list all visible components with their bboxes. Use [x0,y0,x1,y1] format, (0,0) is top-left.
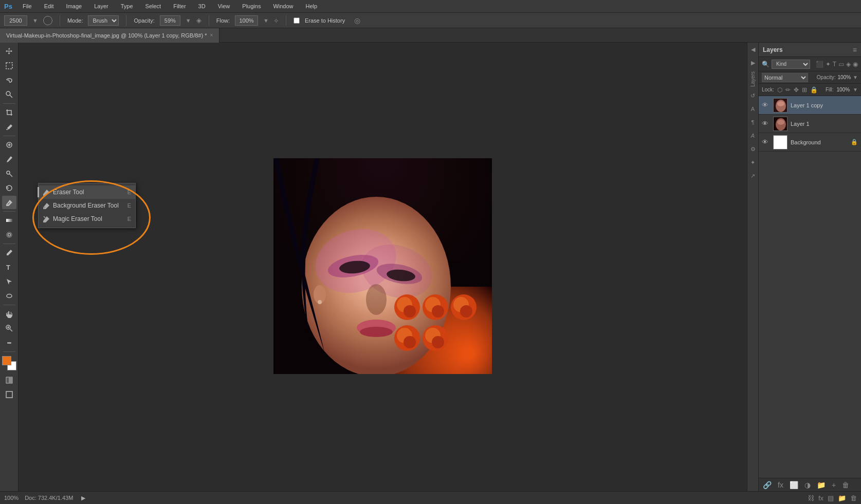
filter-pixel-icon[interactable]: ⬛ [816,61,823,68]
menu-edit[interactable]: Edit [42,2,56,10]
move-tool[interactable] [2,45,16,58]
collapse-strip-btn[interactable]: ◀ [748,45,758,54]
color-swatches[interactable] [2,356,16,370]
filter-type-icon[interactable]: T [833,61,836,68]
brush-tool[interactable] [2,153,16,166]
strip-btn-char[interactable]: A [748,104,758,114]
filter-smart-icon[interactable]: ◈ [846,61,851,68]
opacity-input[interactable] [160,15,180,26]
quick-select-tool[interactable] [2,88,16,101]
healing-brush-tool[interactable] [2,138,16,152]
brush-size-input[interactable] [4,15,27,26]
document-tab[interactable]: Virtual-Makeup-in-Photoshop-final_image.… [0,28,219,43]
background-visibility[interactable]: 👁 [762,138,770,146]
blend-mode-dropdown[interactable]: Normal Multiply Screen Overlay [762,73,808,82]
menu-select[interactable]: Select [143,2,163,10]
menu-layer[interactable]: Layer [92,2,111,10]
lock-transparent-icon[interactable]: ⬡ [777,86,782,94]
filter-shape-icon[interactable]: ▭ [838,61,844,68]
menu-window[interactable]: Window [271,2,295,10]
image-canvas[interactable] [273,158,492,374]
flow-input[interactable] [235,15,258,26]
strip-btn-tools[interactable]: ⚙ [748,144,758,154]
menu-plugins[interactable]: Plugins [240,2,263,10]
layers-icon[interactable]: ▤ [828,494,834,502]
strip-btn-para[interactable]: ¶ [748,118,758,127]
menu-filter[interactable]: Filter [171,2,188,10]
filter-active-icon[interactable]: ◉ [853,61,858,68]
trash-icon[interactable]: 🗑 [850,494,857,502]
more-tools[interactable]: ••• [2,336,16,349]
link-layers-btn[interactable]: 🔗 [761,480,774,490]
crop-tool[interactable] [2,106,16,119]
folder-icon[interactable]: 📁 [838,494,846,502]
adjustment-layer-btn[interactable]: ◑ [802,480,813,490]
gradient-tool[interactable] [2,214,16,227]
shape-tool[interactable] [2,289,16,303]
layer-style-btn[interactable]: fx [776,480,785,490]
strip-btn-type[interactable]: A [748,131,758,140]
text-tool[interactable]: T [2,260,16,274]
delete-layer-btn[interactable]: 🗑 [840,480,851,490]
lock-all-icon[interactable]: 🔒 [810,86,818,94]
lasso-tool[interactable] [2,73,16,87]
strip-btn-layers[interactable]: Layers [750,71,756,87]
clone-stamp-tool[interactable] [2,167,16,180]
path-select-tool[interactable] [2,275,16,288]
mode-dropdown[interactable]: Brush Pencil Block [88,15,119,26]
opacity-arrow[interactable]: ▼ [186,17,191,24]
layer1-visibility[interactable]: 👁 [762,120,770,127]
tab-close-button[interactable]: × [210,32,213,38]
lock-artboard-icon[interactable]: ⊞ [802,86,807,94]
fill-dropdown-arrow[interactable]: ▼ [853,87,858,92]
settings-icon[interactable]: ◎ [354,16,360,25]
fx-icon[interactable]: fx [818,494,823,502]
lock-brush-icon[interactable]: ✏ [785,86,791,94]
magic-eraser-tool-option[interactable]: Magic Eraser Tool E [39,212,135,226]
airbrush-icon[interactable]: ⟡ [274,16,279,25]
menu-type[interactable]: Type [119,2,135,10]
brush-size-arrow[interactable]: ▼ [32,17,38,24]
layer1copy-visibility[interactable]: 👁 [762,101,770,109]
menu-image[interactable]: Image [64,2,84,10]
strip-btn-adjust[interactable]: ✦ [748,158,758,167]
layer-item-layer1[interactable]: 👁 Layer 1 [759,115,861,133]
new-group-btn[interactable]: 📁 [815,480,828,490]
link-icon[interactable]: ⛓ [808,494,814,502]
layer-mask-btn[interactable]: ⬜ [787,480,800,490]
rectangular-marquee-tool[interactable] [2,59,16,72]
pen-tool[interactable] [2,246,16,259]
blur-tool[interactable] [2,228,16,241]
opacity-dropdown-arrow[interactable]: ▼ [853,74,858,80]
menu-help[interactable]: Help [304,2,320,10]
eraser-tool-option[interactable]: Eraser Tool E [39,185,135,199]
erase-to-history-checkbox[interactable] [294,17,300,24]
hand-tool[interactable] [2,307,16,321]
strip-btn-history[interactable]: ↺ [748,91,758,100]
background-eraser-tool-option[interactable]: Background Eraser Tool E [39,199,135,212]
eraser-tool[interactable] [2,196,16,209]
arrow-icon[interactable]: ▶ [81,495,85,501]
screen-mode[interactable] [2,388,16,401]
pressure-icon[interactable]: ◈ [196,16,201,24]
menu-3d[interactable]: 3D [196,2,208,10]
quick-mask-mode[interactable] [2,374,16,387]
foreground-color[interactable] [2,356,11,365]
flow-arrow[interactable]: ▼ [263,17,269,24]
lock-move-icon[interactable]: ✥ [794,86,799,94]
zoom-tool[interactable] [2,322,16,335]
new-layer-btn[interactable]: + [830,480,838,490]
layer-item-layer1copy[interactable]: 👁 Layer 1 copy [759,96,861,115]
eyedropper-tool[interactable] [2,120,16,134]
menu-view[interactable]: View [216,2,232,10]
filter-adjustment-icon[interactable]: ✦ [826,61,831,68]
strip-btn-export[interactable]: ↗ [748,171,758,180]
strip-btn-1[interactable]: ▶ [748,58,758,67]
history-brush-tool[interactable] [2,181,16,195]
layers-panel-menu[interactable]: ≡ [853,46,857,54]
fill-row-value[interactable]: 100% [837,87,850,92]
layers-kind-dropdown[interactable]: Kind [772,60,810,69]
layer-item-background[interactable]: 👁 Background 🔒 [759,133,861,152]
menu-file[interactable]: File [21,2,34,10]
opacity-row-value[interactable]: 100% [838,74,851,80]
